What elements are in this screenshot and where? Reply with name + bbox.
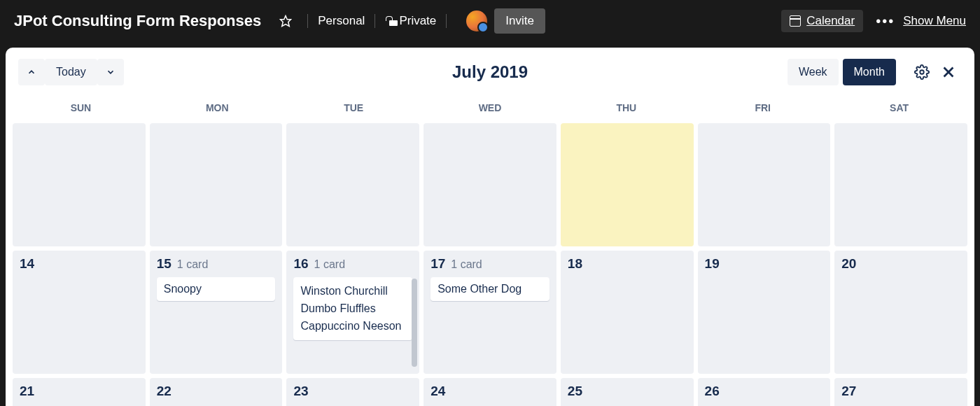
day-cell[interactable]: 19 — [698, 251, 831, 374]
next-button[interactable] — [97, 59, 124, 85]
day-cell[interactable]: 20 — [834, 251, 967, 374]
divider — [307, 14, 308, 28]
calendar-link-label: Calendar — [806, 14, 855, 28]
avatar[interactable] — [466, 10, 487, 31]
day-number: 23 — [293, 384, 308, 398]
close-icon — [941, 64, 956, 80]
today-button[interactable]: Today — [45, 59, 97, 85]
calendar-grid[interactable]: 14151 cardSnoopy161 cardWinston Churchil… — [6, 123, 974, 406]
prev-button[interactable] — [18, 59, 45, 85]
day-header-fri: FRI — [694, 97, 831, 119]
personal-button[interactable]: Personal — [318, 14, 365, 28]
day-cell[interactable]: 22 — [150, 378, 283, 406]
day-cell[interactable] — [698, 123, 831, 246]
day-header-sat: SAT — [831, 97, 967, 119]
show-menu-button[interactable]: Show Menu — [903, 14, 966, 28]
day-number: 26 — [705, 384, 720, 398]
day-number: 25 — [568, 384, 582, 398]
gear-icon — [914, 64, 930, 80]
day-cell[interactable]: 27 — [834, 378, 967, 406]
day-number: 18 — [568, 256, 582, 271]
board-title[interactable]: JPot Consulting Form Responses — [14, 12, 261, 30]
day-cell[interactable]: 23 — [286, 378, 419, 406]
chevron-down-icon — [106, 67, 115, 77]
day-cell[interactable] — [424, 123, 556, 246]
calendar-card[interactable]: Some Other Dog — [430, 277, 550, 301]
day-cell[interactable] — [13, 123, 146, 246]
day-cell[interactable]: 171 cardSome Other Dog — [424, 251, 556, 374]
week-row: 14151 cardSnoopy161 cardWinston Churchil… — [13, 251, 967, 374]
svg-marker-0 — [281, 16, 291, 27]
day-cell[interactable]: 161 cardWinston Churchill Dumbo Fluffles… — [286, 251, 419, 374]
scrollbar-indicator[interactable] — [412, 279, 417, 367]
day-cell[interactable] — [834, 123, 967, 246]
private-label: Private — [399, 14, 436, 28]
month-view-button[interactable]: Month — [843, 59, 896, 85]
day-cell[interactable]: 24 — [424, 378, 556, 406]
card-count: 1 card — [314, 258, 345, 270]
settings-button[interactable] — [909, 59, 935, 85]
day-headers: SUN MON TUE WED THU FRI SAT — [6, 97, 974, 119]
calendar-icon — [790, 15, 801, 27]
close-button[interactable] — [935, 59, 962, 85]
day-cell[interactable]: 25 — [561, 378, 694, 406]
star-icon[interactable] — [274, 12, 298, 30]
day-cell[interactable] — [150, 123, 283, 246]
calendar-panel: Today July 2019 Week Month SUN MON TUE W… — [6, 48, 974, 406]
day-number: 21 — [20, 384, 34, 398]
day-number: 19 — [705, 256, 720, 271]
calendar-card[interactable]: Winston Churchill Dumbo Fluffles Cappucc… — [293, 277, 412, 340]
day-cell[interactable]: 26 — [698, 378, 831, 406]
divider — [374, 14, 375, 28]
top-bar: JPot Consulting Form Responses Personal … — [0, 0, 980, 42]
week-view-button[interactable]: Week — [788, 59, 839, 85]
day-cell[interactable]: 18 — [561, 251, 694, 374]
card-count: 1 card — [177, 258, 208, 270]
day-cell[interactable]: 151 cardSnoopy — [150, 251, 283, 374]
day-header-thu: THU — [558, 97, 694, 119]
more-icon[interactable]: ••• — [876, 13, 895, 29]
card-count: 1 card — [451, 258, 482, 270]
day-cell[interactable] — [561, 123, 694, 246]
day-number: 22 — [157, 384, 172, 398]
day-number: 17 — [430, 256, 445, 271]
calendar-powerup-button[interactable]: Calendar — [781, 10, 863, 32]
divider — [446, 14, 447, 28]
day-cell[interactable] — [286, 123, 419, 246]
invite-button[interactable]: Invite — [494, 8, 545, 34]
day-cell[interactable]: 14 — [13, 251, 146, 374]
week-row: 21222324252627 — [13, 378, 967, 406]
day-number: 20 — [841, 256, 856, 271]
lock-icon — [385, 16, 393, 26]
day-number: 27 — [841, 384, 856, 398]
calendar-title: July 2019 — [452, 62, 528, 82]
chevron-up-icon — [27, 67, 36, 77]
calendar-card[interactable]: Snoopy — [157, 277, 276, 301]
day-number: 15 — [157, 256, 172, 271]
day-header-mon: MON — [149, 97, 286, 119]
day-number: 16 — [293, 256, 308, 271]
day-header-sun: SUN — [13, 97, 149, 119]
day-header-wed: WED — [422, 97, 559, 119]
day-number: 14 — [20, 256, 34, 271]
day-cell[interactable]: 21 — [13, 378, 146, 406]
partial-week-row — [13, 123, 967, 246]
day-number: 24 — [430, 384, 445, 398]
day-header-tue: TUE — [286, 97, 422, 119]
private-button[interactable]: Private — [385, 14, 436, 28]
svg-point-1 — [920, 70, 924, 74]
